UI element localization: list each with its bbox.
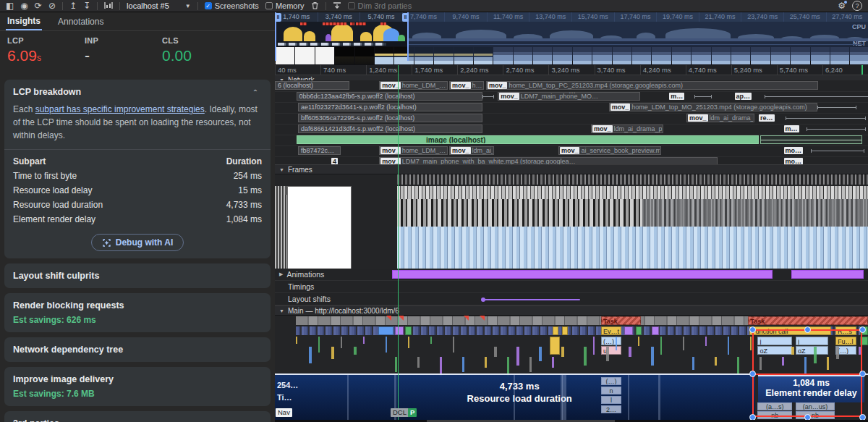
frame-thumbnail[interactable] [287, 186, 352, 269]
network-request-bar[interactable]: 0bb6dc123aa42fb6-s.p.woff2 (localhost) [297, 92, 482, 101]
improvement-strategies-link[interactable]: subpart has specific improvement strateg… [35, 104, 205, 114]
frames-track[interactable] [275, 174, 868, 269]
record-icon[interactable]: ◉ [20, 1, 27, 10]
minimap-right-grip[interactable]: ‖ [402, 13, 409, 22]
dock-panel-icon[interactable]: ◧ [6, 1, 14, 10]
flame-entry[interactable] [395, 326, 403, 335]
flame-entry-[interactable]: (…) [601, 337, 621, 345]
screenshots-checkbox[interactable]: ✓ Screenshots [205, 1, 259, 10]
load-profile-icon[interactable]: ↥ [69, 1, 77, 10]
live-metrics-icon[interactable] [104, 1, 113, 10]
animation-bar[interactable] [791, 270, 864, 279]
network-request-bar[interactable]: mov_home_LDM_top_PC_251203.mp4 (storage.… [486, 81, 818, 90]
selection-handle[interactable] [749, 414, 756, 420]
layout-shifts-track[interactable]: Layout shifts [275, 293, 868, 305]
network-request-bar[interactable]: mov_home_LDM_top_MO_251203.mp4 (storage.… [609, 103, 818, 111]
flame-entry-partial[interactable]: 2… [601, 405, 621, 413]
settings-gear-icon[interactable]: ⚙ [838, 1, 846, 10]
network-request-bar[interactable]: mov_ldm_ai_… [449, 146, 494, 155]
debug-with-ai-button[interactable]: Debug with AI [91, 234, 184, 251]
filmstrip-frame[interactable] [315, 47, 334, 64]
network-request-bar[interactable]: 6 (localhost) [275, 81, 349, 90]
flame-entry[interactable] [652, 326, 660, 335]
network-request-bar[interactable]: ae11f023272d3641-s.p.woff2 (localhost) [298, 103, 482, 111]
flame-entry-task[interactable]: Task [601, 316, 641, 325]
reload-record-icon[interactable]: ⟳ [35, 1, 42, 10]
flame-entry-partial[interactable]: n [601, 387, 621, 394]
flame-entry[interactable] [562, 326, 568, 335]
network-request-bar[interactable]: mo… [784, 146, 812, 155]
filmstrip-frame[interactable] [295, 47, 314, 64]
selection-handle[interactable] [859, 371, 866, 377]
selection-handle[interactable] [859, 414, 866, 420]
main-thread-section-header[interactable]: ▼Main — http://localhost:3000/ldm/6 [275, 305, 868, 316]
insight-card[interactable]: Network dependency tree [4, 337, 271, 362]
flame-entry[interactable] [550, 337, 559, 355]
insight-card[interactable]: Render blocking requestsEst savings: 626… [4, 293, 271, 332]
insight-card[interactable]: Improve image deliveryEst savings: 7.6 M… [4, 367, 271, 406]
flame-entry-partial[interactable]: l [601, 396, 621, 404]
filmstrip-frame[interactable] [355, 47, 374, 64]
tab-annotations[interactable]: Annotations [56, 12, 105, 30]
selection-handle[interactable] [859, 326, 866, 333]
lcp-marker[interactable]: P [408, 408, 417, 417]
flame-entry[interactable] [378, 326, 393, 335]
network-request-bar[interactable]: mov_LDM7_main_phone_with_ba_white.mp4 (s… [379, 157, 717, 164]
dcl-marker[interactable]: DCL [391, 408, 409, 417]
frames-section-header[interactable]: ▼Frames [275, 164, 868, 174]
profile-select[interactable]: localhost #5 ▼ [127, 1, 191, 10]
flame-entry[interactable] [636, 326, 642, 335]
network-request-bar[interactable] [760, 135, 862, 144]
network-overflow-ellipsis[interactable]: … [569, 87, 576, 95]
lcp-breakdown-card[interactable]: ⌃ LCP breakdown Each subpart has specifi… [4, 80, 271, 258]
collapse-chevron-icon[interactable]: ⌃ [249, 85, 262, 98]
main-thread-flamechart[interactable]: TaskTaskEv…tFunction callR…s(…)jjFu…luoZ… [275, 316, 868, 420]
animations-track[interactable]: ▶Animations [275, 269, 868, 281]
flame-entry[interactable] [405, 326, 412, 335]
flame-entry-u[interactable]: u [601, 346, 621, 355]
network-request-bar[interactable]: fb87472c… [298, 146, 341, 155]
network-request-bar[interactable]: mov_ldm_ai_drama_pc_2… [591, 125, 663, 133]
flame-entry-task[interactable]: Task [748, 316, 868, 325]
nav-marker[interactable]: Nav [276, 408, 292, 417]
network-request-bar[interactable]: mo… [784, 157, 812, 164]
tab-insights[interactable]: Insights [6, 12, 42, 30]
selection-handle[interactable] [749, 326, 756, 333]
selection-handle[interactable] [804, 326, 811, 333]
minimap-left-grip[interactable]: ‖ [275, 13, 281, 22]
help-icon[interactable]: ? [852, 1, 862, 11]
network-request-bar[interactable]: mov_ldm_ai_drama_pc_1.mp4 (storag… [686, 114, 754, 122]
network-request-bar[interactable]: m… [784, 125, 807, 133]
network-request-bar[interactable]: mov_ai_service_book_preview.mp4 (… [558, 146, 661, 155]
insight-card[interactable]: Layout shift culprits [4, 263, 271, 288]
insight-card[interactable]: 3rd parties [4, 411, 271, 422]
selection-handle[interactable] [749, 371, 756, 377]
timings-track[interactable]: Timings [275, 281, 868, 293]
network-request-image[interactable]: image (localhost) [297, 135, 760, 144]
network-request-bar[interactable]: re… [759, 114, 786, 122]
network-throttle-icon[interactable] [333, 1, 341, 11]
network-request-bar[interactable]: bff605305ca72295-s.p.woff2 (localhost) [298, 114, 482, 122]
clear-icon[interactable]: ⊘ [48, 1, 56, 10]
network-request-bar[interactable]: mov_home_LDM_… [379, 81, 447, 90]
flame-entry-partial[interactable]: (…) [601, 377, 621, 385]
network-request-bar[interactable]: 4 [331, 157, 349, 164]
filmstrip-frame[interactable] [375, 47, 393, 64]
save-profile-icon[interactable]: ↧ [83, 1, 90, 10]
network-request-bar[interactable]: ap… [735, 92, 765, 101]
memory-checkbox[interactable]: Memory [265, 1, 305, 10]
filmstrip-frame[interactable] [335, 47, 354, 64]
filmstrip-frame[interactable] [276, 47, 294, 64]
network-request-bar[interactable]: mov_home_LDM_… [379, 146, 447, 155]
selection-handle[interactable] [804, 414, 811, 420]
network-request-bar[interactable]: m… [669, 92, 694, 101]
garbage-collect-icon[interactable] [311, 1, 319, 11]
dim-3rd-parties-checkbox[interactable]: Dim 3rd parties [348, 1, 412, 10]
network-request-bar[interactable]: mov_h… [449, 81, 484, 90]
animation-bar[interactable] [392, 270, 773, 279]
network-request-bar[interactable]: daf68661421d3df4-s.p.woff2 (localhost) [298, 125, 482, 133]
flame-entry[interactable] [553, 326, 558, 335]
layout-shift-cluster[interactable] [483, 299, 580, 300]
flame-entry[interactable] [624, 326, 633, 335]
flame-entry-evt[interactable]: Ev…t [601, 326, 621, 335]
